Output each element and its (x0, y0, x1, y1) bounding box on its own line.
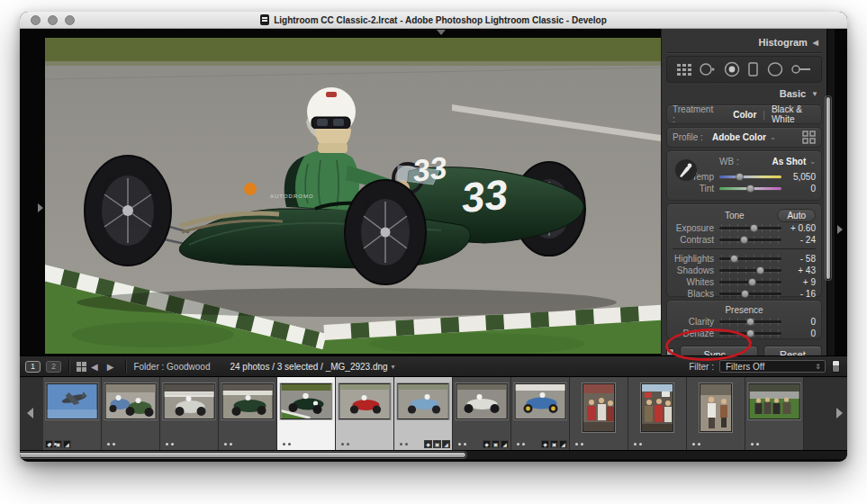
filmstrip-thumbnail[interactable] (628, 377, 687, 450)
folder-label: Folder : Goodwood (133, 362, 210, 372)
filmstrip-toolbar: 1 2 ◀ ▶ Folder : Goodwood 24 photos / 3 … (20, 356, 847, 377)
whites-slider[interactable] (719, 278, 781, 286)
tool-strip (666, 56, 822, 83)
next-photo-arrow-icon[interactable]: ▶ (107, 362, 114, 372)
shadows-slider-row: Shadows + 43 (673, 265, 816, 276)
main-photo-loupe[interactable]: 33 33 AUTODROMO (45, 38, 661, 354)
right-panel-collapse-arrow[interactable] (837, 225, 843, 234)
filmstrip-thumbnail-selected[interactable] (336, 377, 394, 450)
treatment-bw-option[interactable]: Black & White (772, 104, 816, 124)
panel-scrollbar-thumb[interactable] (826, 96, 831, 280)
temp-slider[interactable] (719, 173, 781, 181)
highlights-slider[interactable] (719, 255, 781, 263)
profile-caret-icon[interactable]: ⌄ (770, 133, 776, 141)
filmstrip-thumbnail[interactable] (745, 377, 804, 450)
contrast-slider-row: Contrast - 24 (673, 234, 816, 246)
shadows-slider[interactable] (719, 266, 781, 274)
filmstrip-thumbnail[interactable]: ◆▣◢ (43, 377, 102, 450)
clarity-label: Clarity (673, 317, 719, 327)
filmstrip-scroll-right-icon[interactable] (836, 408, 843, 418)
radial-filter-icon[interactable] (766, 61, 784, 77)
highlights-value: - 58 (781, 254, 816, 264)
tint-value: 0 (781, 184, 816, 194)
previous-photo-arrow-icon[interactable]: ◀ (91, 362, 98, 372)
shadows-label: Shadows (673, 266, 719, 275)
shadows-value: + 43 (781, 266, 816, 275)
treatment-color-option[interactable]: Color (733, 110, 756, 120)
title-bar: Lightroom CC Classic-2.lrcat - Adobe Pho… (20, 12, 847, 29)
sync-toggle-switch[interactable] (666, 348, 674, 356)
tint-slider-row: Tint 0 (673, 183, 816, 194)
filter-toggle-switch[interactable] (832, 360, 840, 373)
whites-slider-row: Whites + 9 (673, 276, 816, 288)
crop-overlay-icon[interactable] (676, 63, 692, 76)
blacks-value: - 16 (781, 289, 816, 299)
white-balance-eyedropper-icon[interactable] (674, 158, 698, 182)
exposure-slider[interactable] (719, 224, 781, 232)
top-panel-reveal-arrow[interactable] (437, 30, 446, 35)
spot-removal-icon[interactable] (699, 61, 717, 77)
grid-view-icon[interactable] (77, 362, 86, 372)
clarity-slider[interactable] (719, 318, 781, 326)
panel-end-caret-icon: ⌄ (687, 327, 693, 335)
profile-value[interactable]: Adobe Color (712, 132, 766, 142)
filmstrip-scrollbar-thumb[interactable] (20, 452, 466, 458)
blacks-slider[interactable] (719, 290, 781, 298)
filter-updown-icon: ⇕ (815, 363, 821, 371)
tint-slider[interactable] (719, 184, 781, 193)
filmstrip-thumbnail-selected[interactable]: ◆▣◢ (394, 377, 453, 450)
filmstrip-scroll-left-icon[interactable] (27, 408, 33, 418)
wb-value[interactable]: As Shot (772, 157, 807, 166)
filmstrip-thumbnail[interactable] (160, 377, 219, 450)
profile-browser-icon[interactable] (802, 130, 816, 144)
filmstrip-scrollbar[interactable] (20, 450, 847, 459)
filmstrip-thumbnail[interactable] (102, 377, 160, 450)
dehaze-slider[interactable] (719, 329, 781, 338)
filter-value: Filters Off (726, 362, 764, 372)
profile-label: Profile : (673, 132, 703, 142)
minimize-window-button[interactable] (48, 15, 58, 25)
close-window-button[interactable] (31, 15, 41, 25)
wb-caret-icon[interactable]: ⌄ (809, 158, 816, 166)
filmstrip-thumbnail[interactable] (570, 377, 628, 450)
selection-caret-icon[interactable]: ▾ (392, 363, 395, 371)
left-panel-reveal-arrow[interactable] (38, 203, 43, 212)
basic-panel-header[interactable]: Basic ▼ (666, 86, 822, 102)
tone-box: Tone Auto Exposure + 0.60 Contrast - 24 … (666, 203, 822, 297)
highlights-slider-row: Highlights - 58 (673, 253, 816, 265)
histogram-collapse-icon: ◀ (813, 39, 818, 47)
selection-status[interactable]: 24 photos / 3 selected / _MG_2923.dng (230, 362, 387, 372)
filmstrip-thumbnail[interactable]: ◆▣◢ (453, 377, 511, 450)
panel-divider (666, 52, 822, 54)
svg-text:33: 33 (411, 150, 448, 188)
highlights-label: Highlights (673, 254, 719, 264)
main-window-button[interactable]: 1 (25, 361, 41, 373)
adjustment-brush-icon[interactable] (790, 61, 812, 77)
tint-label: Tint (673, 184, 719, 194)
zoom-window-button[interactable] (65, 15, 75, 25)
histogram-panel-header[interactable]: Histogram ◀ (666, 34, 822, 50)
panel-scrollbar[interactable] (827, 29, 835, 356)
basic-header-label: Basic (780, 88, 806, 99)
filmstrip-thumbnail[interactable] (219, 377, 277, 450)
filmstrip-thumbnail[interactable]: ◆▣◢ (511, 377, 570, 450)
filmstrip-thumbnail[interactable] (687, 377, 745, 450)
graduated-filter-icon[interactable] (747, 61, 760, 77)
toolbar-separator-2 (125, 359, 126, 374)
filter-dropdown[interactable]: Filters Off ⇕ (719, 360, 826, 373)
red-eye-icon[interactable] (723, 61, 741, 77)
profile-box: Profile : Adobe Color ⌄ (666, 127, 822, 148)
second-window-button[interactable]: 2 (46, 361, 61, 373)
filmstrip-thumbnail-active[interactable] (277, 377, 336, 450)
sync-button[interactable]: Sync... (680, 346, 758, 356)
svg-text:33: 33 (459, 171, 510, 221)
tone-auto-button[interactable]: Auto (777, 209, 816, 222)
presence-header: Presence (725, 305, 763, 315)
treatment-divider: | (763, 110, 765, 120)
main-content-area: 33 33 AUTODROMO (20, 29, 847, 356)
sync-reset-row: Sync... Reset (666, 346, 822, 356)
contrast-slider[interactable] (719, 236, 781, 244)
reset-button[interactable]: Reset (763, 346, 822, 356)
contrast-value: - 24 (781, 235, 816, 245)
wb-label: WB : (719, 157, 739, 166)
